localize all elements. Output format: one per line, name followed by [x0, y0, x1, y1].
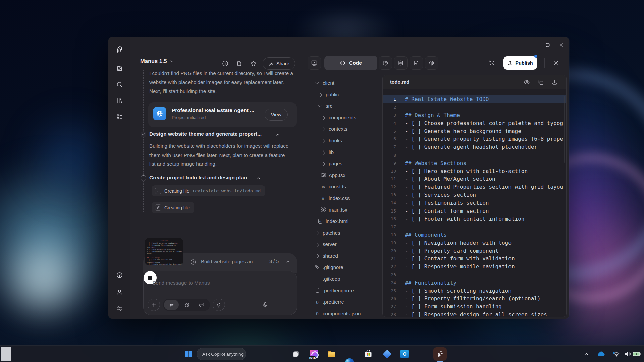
code-line[interactable]: 21 - [ ] Contact form with validation	[383, 255, 566, 263]
file-tree-item[interactable]: components	[310, 112, 382, 123]
file-tree-item[interactable]: App.tsx	[310, 169, 382, 181]
file-tree-item[interactable]: hooks	[310, 135, 382, 146]
settings-button[interactable]	[425, 56, 438, 70]
file-tree-item[interactable]: .prettierrc	[310, 296, 382, 307]
file-explorer-icon[interactable]	[327, 350, 336, 358]
file-tree-item[interactable]: const.ts	[310, 181, 382, 192]
voice-input-button[interactable]	[259, 299, 271, 311]
todo-preview-thumbnail[interactable]: todo.md - [ ] Smooth scrolling navigatio…	[145, 238, 183, 265]
search-icon[interactable]	[113, 78, 125, 90]
code-line[interactable]: 12 - [ ] Featured Properties section wit…	[383, 183, 566, 191]
editor-scrollbar[interactable]	[564, 96, 565, 163]
mode-atom-button[interactable]	[179, 300, 194, 310]
file-action-pill[interactable]: Creating file	[152, 202, 194, 213]
code-line[interactable]: 1 # Real Estate Website TODO	[383, 95, 566, 103]
file-tree-item[interactable]: lib	[310, 146, 382, 158]
copilot-app-icon[interactable]	[383, 350, 391, 358]
view-button[interactable]: View	[265, 109, 288, 121]
new-chat-icon[interactable]	[113, 62, 125, 74]
share-button[interactable]: Share	[263, 57, 295, 70]
window-close-button[interactable]	[555, 40, 568, 50]
file-action-pill[interactable]: Creating file realestate-website/todo.md	[152, 185, 265, 196]
window-minimize-button[interactable]	[527, 40, 541, 50]
m365-copilot-icon[interactable]: M365	[310, 350, 318, 358]
tasks-icon[interactable]	[113, 111, 125, 123]
download-icon[interactable]	[551, 79, 558, 86]
help-icon[interactable]	[113, 269, 125, 281]
code-line[interactable]: 9 ## Website Sections	[383, 159, 566, 167]
star-icon[interactable]	[248, 58, 259, 69]
file-tree-item[interactable]: shared	[310, 250, 382, 261]
corner-widget[interactable]	[1, 347, 11, 361]
analytics-button[interactable]	[379, 56, 392, 70]
file-tree-item[interactable]: patches	[310, 227, 382, 238]
artifacts-button[interactable]	[410, 56, 423, 70]
file-tree-item[interactable]: .gitignore	[310, 261, 382, 273]
start-button[interactable]	[184, 350, 193, 358]
file-tree-item[interactable]: pages	[310, 158, 382, 169]
code-line[interactable]: 11 - [ ] About Me/Agent section	[383, 175, 566, 183]
code-line[interactable]: 18 ## Components	[383, 231, 566, 239]
code-line[interactable]: 15 - [ ] Contact form section	[383, 207, 566, 215]
window-maximize-button[interactable]	[541, 40, 554, 50]
code-line[interactable]: 19 - [ ] Navigation header with logo	[383, 239, 566, 247]
preview-file-icon[interactable]	[524, 79, 530, 86]
code-line[interactable]: 22 - [ ] Responsive mobile navigation	[383, 263, 566, 271]
copy-icon[interactable]	[538, 79, 544, 86]
outlook-icon[interactable]: O	[400, 350, 409, 358]
code-line[interactable]: 8	[383, 151, 566, 159]
preferences-icon[interactable]	[113, 302, 125, 314]
ms-store-icon[interactable]	[364, 350, 373, 358]
code-line[interactable]: 5 - [ ] Generate hero background image	[383, 127, 566, 135]
library-icon[interactable]	[113, 95, 125, 107]
attach-button[interactable]	[148, 299, 160, 311]
code-line[interactable]: 14 - [ ] Testimonials section	[383, 199, 566, 207]
composer[interactable]: Send message to Manus	[143, 271, 297, 315]
task-current-title[interactable]: Create project todo list and design plan	[149, 175, 247, 181]
file-tree-item[interactable]: components.json	[310, 308, 382, 318]
code-line[interactable]: 25 - [ ] Smooth scrolling navigation	[383, 287, 566, 295]
manus-taskbar-icon[interactable]	[433, 347, 447, 361]
tray-expand-button[interactable]	[582, 350, 591, 358]
preview-button[interactable]	[308, 56, 321, 70]
code-line[interactable]: 7 - [ ] Generate agent headshot placehol…	[383, 143, 566, 151]
code-line[interactable]: 6 - [ ] Generate property listing images…	[383, 135, 566, 143]
file-tree-item[interactable]: client	[310, 77, 382, 88]
network-icon[interactable]	[612, 350, 621, 358]
mode-chat-button[interactable]	[194, 300, 209, 310]
file-tree-item[interactable]: contexts	[310, 123, 382, 135]
battery-icon[interactable]	[632, 350, 641, 358]
code-line[interactable]: 28 - [ ] Responsive design for all scree…	[383, 311, 566, 317]
task-view-button[interactable]	[291, 350, 300, 358]
updates-icon[interactable]	[113, 286, 125, 298]
file-tree-item[interactable]: src	[310, 100, 382, 112]
close-panel-button[interactable]	[550, 56, 562, 69]
publish-button[interactable]: Publish	[503, 56, 537, 70]
chevron-up-icon[interactable]	[285, 259, 290, 264]
code-line[interactable]: 26 - [ ] Property filtering/search (opti…	[383, 295, 566, 303]
info-icon[interactable]	[219, 58, 231, 69]
code-line[interactable]: 27 - [ ] Form submission handling	[383, 303, 566, 311]
manus-logo-icon[interactable]	[113, 44, 125, 56]
file-tree-item[interactable]: .prettierignore	[310, 285, 382, 296]
database-button[interactable]	[394, 56, 408, 70]
code-line[interactable]: 4 - [ ] Choose professional color palett…	[383, 119, 566, 127]
taskbar-search[interactable]: Ask Copilot anything	[197, 348, 246, 360]
code-line[interactable]: 23	[383, 271, 566, 279]
project-card[interactable]: Professional Real Estate Agent ... Proje…	[148, 102, 297, 127]
mode-agent-button[interactable]	[164, 300, 179, 310]
code-line[interactable]: 3 ## Design & Theme	[383, 111, 566, 119]
history-button[interactable]	[485, 56, 499, 70]
chevron-up-icon[interactable]	[256, 176, 261, 181]
file-tree-item[interactable]: index.html	[310, 216, 382, 227]
code-line[interactable]: 13 - [ ] Services section	[383, 191, 566, 199]
code-line[interactable]: 24 ## Functionality	[383, 279, 566, 287]
model-selector[interactable]: Manus 1.5	[140, 58, 174, 64]
code-line[interactable]: 17	[383, 223, 566, 231]
chevron-up-icon[interactable]	[275, 132, 280, 137]
file-tree-item[interactable]: .gitkeep	[310, 273, 382, 285]
volume-icon[interactable]	[624, 350, 632, 358]
edge-icon[interactable]	[345, 358, 354, 362]
code-line[interactable]: 16 - [ ] Footer with contact information	[383, 215, 566, 223]
task-done-title[interactable]: Design website theme and generate proper…	[149, 131, 262, 137]
